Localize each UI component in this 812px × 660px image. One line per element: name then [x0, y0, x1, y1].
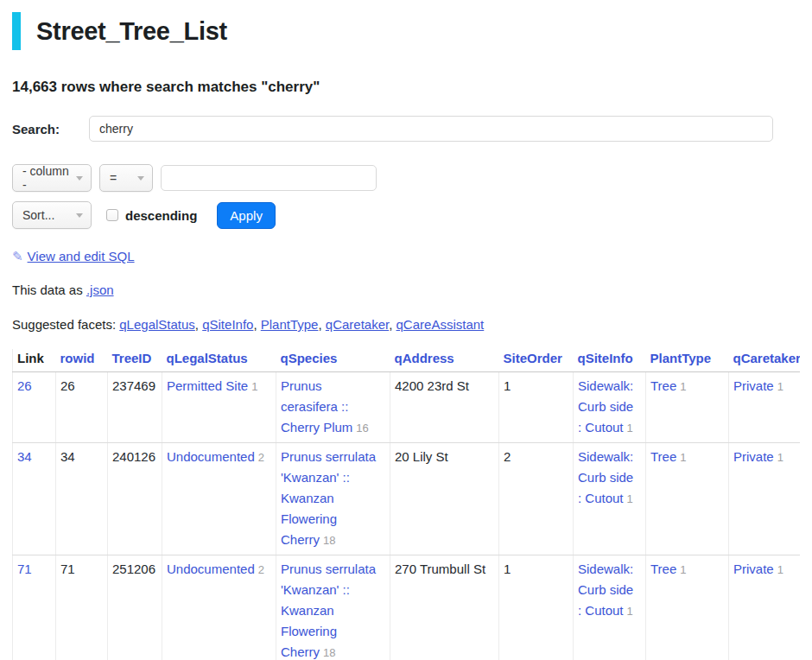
row-detail-link[interactable]: 26: [17, 378, 32, 393]
facet-value-link[interactable]: Sidewalk: Curb side : Cutout: [578, 562, 633, 618]
sort-by-treeid-link[interactable]: TreeID: [112, 351, 152, 365]
facet-value-link[interactable]: Undocumented: [167, 449, 255, 464]
facet-count: 2: [258, 451, 264, 464]
export-prefix: This data as: [12, 282, 83, 297]
cell-qlegalstatus: Permitted Site1: [162, 372, 276, 443]
facet-value-link[interactable]: Prunus serrulata 'Kwanzan' :: Kwanzan Fl…: [281, 562, 376, 659]
facet-value-link[interactable]: Sidewalk: Curb side : Cutout: [578, 449, 633, 505]
cell-rowid: 71: [56, 555, 108, 660]
cell-qspecies: Prunus serrulata 'Kwanzan' :: Kwanzan Fl…: [276, 443, 390, 555]
sort-by-qsiteinfo-link[interactable]: qSiteInfo: [578, 351, 633, 365]
search-row: Search:: [12, 116, 800, 142]
cell-treeid: 237469: [108, 372, 162, 443]
search-input[interactable]: [89, 116, 773, 142]
cell-qaddress: 4200 23rd St: [390, 372, 499, 443]
export-line: This data as .json: [12, 282, 800, 298]
cell-planttype: Tree1: [646, 555, 729, 660]
facet-count: 1: [680, 563, 686, 576]
facet-count: 1: [680, 451, 686, 464]
cell-siteorder: 2: [499, 443, 574, 555]
operator-select-value: =: [110, 171, 117, 185]
cell-qcaretaker: Private1: [729, 555, 801, 660]
cell-siteorder: 1: [499, 555, 574, 660]
facet-value-link[interactable]: Prunus cerasifera :: Cherry Plum: [281, 378, 352, 435]
apply-button[interactable]: Apply: [217, 202, 276, 229]
facet-count: 18: [323, 534, 335, 547]
column-header-planttype: PlantType: [646, 349, 729, 372]
facet-count: 1: [777, 380, 783, 393]
cell-qaddress: 20 Lily St: [390, 443, 499, 555]
cell-rowid: 26: [56, 372, 108, 443]
sql-line: ✎View and edit SQL: [12, 249, 800, 264]
column-header-rowid: rowid: [56, 349, 108, 372]
pencil-icon: ✎: [12, 249, 23, 263]
facet-value-link[interactable]: Private: [733, 378, 774, 393]
operator-select[interactable]: =: [99, 164, 153, 192]
column-header-qaddress: qAddress: [390, 349, 499, 372]
column-header-qcaretaker: qCaretaker: [729, 349, 801, 372]
sort-by-qlegalstatus-link[interactable]: qLegalStatus: [167, 351, 248, 365]
cell-siteorder: 1: [499, 372, 574, 443]
view-edit-sql-link[interactable]: View and edit SQL: [28, 249, 135, 263]
row-detail-link[interactable]: 71: [17, 562, 32, 576]
facet-value-link[interactable]: Tree: [650, 378, 676, 393]
sort-by-planttype-link[interactable]: PlantType: [650, 351, 712, 365]
sort-by-qcaretaker-link[interactable]: qCaretaker: [733, 351, 801, 365]
sort-by-siteorder-link[interactable]: SiteOrder: [504, 351, 562, 365]
sort-by-qspecies-link[interactable]: qSpecies: [281, 351, 338, 365]
json-link[interactable]: .json: [86, 282, 114, 297]
table-row: 34 34 240126 Undocumented2 Prunus serrul…: [13, 443, 801, 555]
facets-prefix: Suggested facets:: [12, 317, 116, 332]
facet-value-link[interactable]: Sidewalk: Curb side : Cutout: [578, 378, 633, 435]
sort-by-rowid-link[interactable]: rowid: [60, 351, 95, 365]
facet-value-link[interactable]: Private: [733, 449, 774, 464]
facet-value-link[interactable]: Permitted Site: [167, 378, 248, 393]
filter-row: - column - =: [12, 164, 800, 192]
row-detail-link[interactable]: 34: [17, 449, 32, 464]
page-title: Street_Tree_List: [36, 12, 800, 50]
sort-select[interactable]: Sort...: [12, 201, 92, 229]
descending-checkbox[interactable]: [106, 209, 118, 221]
facet-link-qlegalstatus[interactable]: qLegalStatus: [119, 317, 195, 332]
cell-rowid: 34: [56, 443, 108, 555]
cell-treeid: 240126: [108, 443, 162, 555]
facet-link-qcareassistant[interactable]: qCareAssistant: [396, 317, 485, 332]
cell-qaddress: 270 Trumbull St: [390, 555, 499, 660]
column-select-value: - column -: [22, 164, 69, 192]
cell-planttype: Tree1: [646, 443, 729, 555]
cell-qsiteinfo: Sidewalk: Curb side : Cutout1: [574, 443, 646, 555]
results-table: Link rowid TreeID qLegalStatus qSpecies …: [12, 349, 800, 660]
sort-select-value: Sort...: [22, 208, 54, 222]
table-header-row: Link rowid TreeID qLegalStatus qSpecies …: [13, 349, 801, 372]
facet-value-link[interactable]: Prunus serrulata 'Kwanzan' :: Kwanzan Fl…: [281, 449, 376, 547]
chevron-down-icon: [137, 176, 144, 181]
cell-planttype: Tree1: [646, 372, 729, 443]
descending-label: descending: [125, 208, 197, 223]
facet-count: 1: [627, 605, 633, 618]
facet-count: 1: [777, 451, 783, 464]
table-row: 26 26 237469 Permitted Site1 Prunus cera…: [13, 372, 801, 443]
facet-link-planttype[interactable]: PlantType: [261, 317, 319, 332]
facet-value-link[interactable]: Private: [733, 562, 774, 576]
facet-link-qsiteinfo[interactable]: qSiteInfo: [202, 317, 253, 332]
facet-link-qcaretaker[interactable]: qCaretaker: [326, 317, 389, 332]
cell-qcaretaker: Private1: [729, 443, 801, 555]
search-label: Search:: [12, 122, 89, 136]
cell-qspecies: Prunus serrulata 'Kwanzan' :: Kwanzan Fl…: [276, 555, 390, 660]
column-header-siteorder: SiteOrder: [499, 349, 574, 372]
facet-value-link[interactable]: Tree: [650, 562, 676, 576]
cell-treeid: 251206: [108, 555, 162, 660]
facet-value-link[interactable]: Undocumented: [167, 562, 255, 576]
facet-count: 16: [356, 422, 368, 435]
sort-by-qaddress-link[interactable]: qAddress: [395, 351, 454, 365]
row-count-heading: 14,663 rows where search matches "cherry…: [12, 79, 800, 96]
page-header: Street_Tree_List: [12, 12, 800, 50]
facet-value-link[interactable]: Tree: [650, 449, 676, 464]
facet-count: 1: [680, 380, 686, 393]
cell-qlegalstatus: Undocumented2: [162, 555, 276, 660]
cell-qsiteinfo: Sidewalk: Curb side : Cutout1: [574, 372, 646, 443]
filter-value-input[interactable]: [161, 165, 377, 191]
table-row: 71 71 251206 Undocumented2 Prunus serrul…: [13, 555, 801, 660]
column-select[interactable]: - column -: [12, 164, 92, 192]
cell-link: 71: [13, 555, 56, 660]
